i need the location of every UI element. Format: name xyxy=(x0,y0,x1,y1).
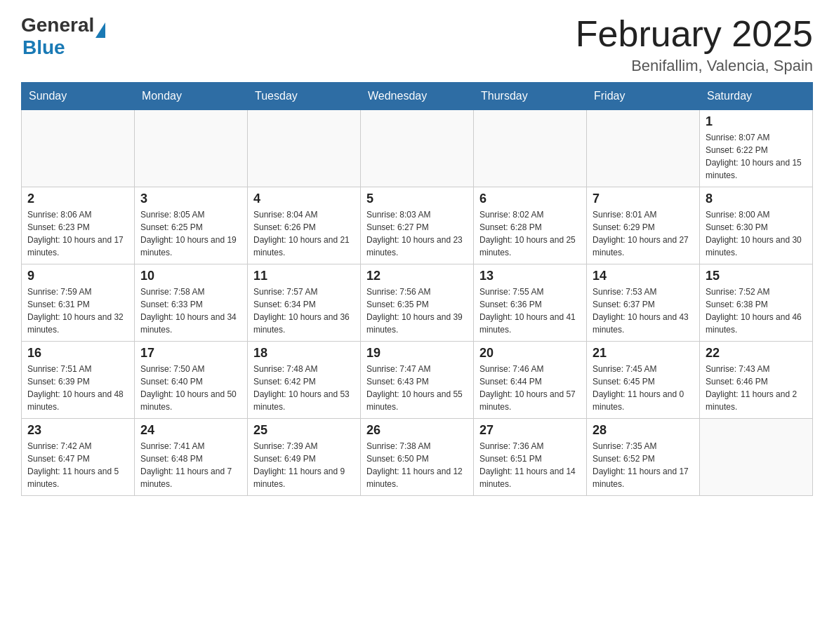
header-wednesday: Wednesday xyxy=(361,83,474,110)
table-row xyxy=(700,419,813,496)
table-row: 15Sunrise: 7:52 AMSunset: 6:38 PMDayligh… xyxy=(700,264,813,342)
header-tuesday: Tuesday xyxy=(248,83,361,110)
table-row: 12Sunrise: 7:56 AMSunset: 6:35 PMDayligh… xyxy=(361,264,474,342)
day-info: Sunrise: 7:58 AMSunset: 6:33 PMDaylight:… xyxy=(140,286,241,336)
table-row: 28Sunrise: 7:35 AMSunset: 6:52 PMDayligh… xyxy=(587,419,700,496)
day-info: Sunrise: 8:00 AMSunset: 6:30 PMDaylight:… xyxy=(706,208,807,259)
table-row: 9Sunrise: 7:59 AMSunset: 6:31 PMDaylight… xyxy=(22,264,135,342)
table-row: 20Sunrise: 7:46 AMSunset: 6:44 PMDayligh… xyxy=(474,342,587,419)
day-info: Sunrise: 7:55 AMSunset: 6:36 PMDaylight:… xyxy=(479,286,581,336)
table-row: 2Sunrise: 8:06 AMSunset: 6:23 PMDaylight… xyxy=(22,187,135,264)
day-number: 25 xyxy=(253,423,355,438)
table-row: 25Sunrise: 7:39 AMSunset: 6:49 PMDayligh… xyxy=(248,419,361,496)
day-info: Sunrise: 7:41 AMSunset: 6:48 PMDaylight:… xyxy=(140,440,241,490)
table-row: 10Sunrise: 7:58 AMSunset: 6:33 PMDayligh… xyxy=(135,264,248,342)
table-row: 27Sunrise: 7:36 AMSunset: 6:51 PMDayligh… xyxy=(474,419,587,496)
calendar-table: Sunday Monday Tuesday Wednesday Thursday… xyxy=(21,82,813,496)
day-number: 1 xyxy=(706,114,807,129)
day-info: Sunrise: 7:50 AMSunset: 6:40 PMDaylight:… xyxy=(140,363,241,413)
day-info: Sunrise: 7:36 AMSunset: 6:51 PMDaylight:… xyxy=(479,440,581,490)
day-info: Sunrise: 7:59 AMSunset: 6:31 PMDaylight:… xyxy=(27,286,128,336)
table-row: 19Sunrise: 7:47 AMSunset: 6:43 PMDayligh… xyxy=(361,342,474,419)
day-info: Sunrise: 7:53 AMSunset: 6:37 PMDaylight:… xyxy=(593,286,694,336)
header-friday: Friday xyxy=(587,83,700,110)
title-block: February 2025 Benifallim, Valencia, Spai… xyxy=(576,14,813,75)
day-info: Sunrise: 8:01 AMSunset: 6:29 PMDaylight:… xyxy=(593,208,694,259)
table-row xyxy=(135,110,248,187)
day-info: Sunrise: 8:07 AMSunset: 6:22 PMDaylight:… xyxy=(706,131,807,182)
day-number: 22 xyxy=(706,346,807,361)
page-header: General Blue February 2025 Benifallim, V… xyxy=(21,14,813,75)
table-row: 4Sunrise: 8:04 AMSunset: 6:26 PMDaylight… xyxy=(248,187,361,264)
day-number: 9 xyxy=(27,269,128,283)
table-row xyxy=(248,110,361,187)
day-info: Sunrise: 7:48 AMSunset: 6:42 PMDaylight:… xyxy=(253,363,355,413)
day-number: 13 xyxy=(479,269,581,283)
calendar-subtitle: Benifallim, Valencia, Spain xyxy=(576,57,813,75)
calendar-week-row: 2Sunrise: 8:06 AMSunset: 6:23 PMDaylight… xyxy=(22,187,813,264)
day-number: 2 xyxy=(27,192,128,206)
day-info: Sunrise: 7:43 AMSunset: 6:46 PMDaylight:… xyxy=(706,363,807,413)
day-info: Sunrise: 8:05 AMSunset: 6:25 PMDaylight:… xyxy=(140,208,241,259)
day-info: Sunrise: 8:04 AMSunset: 6:26 PMDaylight:… xyxy=(253,208,355,259)
table-row xyxy=(587,110,700,187)
day-info: Sunrise: 8:06 AMSunset: 6:23 PMDaylight:… xyxy=(27,208,128,259)
table-row: 7Sunrise: 8:01 AMSunset: 6:29 PMDaylight… xyxy=(587,187,700,264)
calendar-title: February 2025 xyxy=(576,14,813,54)
table-row: 13Sunrise: 7:55 AMSunset: 6:36 PMDayligh… xyxy=(474,264,587,342)
day-info: Sunrise: 7:51 AMSunset: 6:39 PMDaylight:… xyxy=(27,363,128,413)
day-number: 15 xyxy=(706,269,807,283)
day-info: Sunrise: 7:56 AMSunset: 6:35 PMDaylight:… xyxy=(366,286,468,336)
day-number: 19 xyxy=(366,346,468,361)
day-number: 8 xyxy=(706,192,807,206)
calendar-week-row: 1Sunrise: 8:07 AMSunset: 6:22 PMDaylight… xyxy=(22,110,813,187)
table-row: 3Sunrise: 8:05 AMSunset: 6:25 PMDaylight… xyxy=(135,187,248,264)
table-row: 17Sunrise: 7:50 AMSunset: 6:40 PMDayligh… xyxy=(135,342,248,419)
header-saturday: Saturday xyxy=(700,83,813,110)
day-info: Sunrise: 8:03 AMSunset: 6:27 PMDaylight:… xyxy=(366,208,468,259)
table-row: 24Sunrise: 7:41 AMSunset: 6:48 PMDayligh… xyxy=(135,419,248,496)
day-number: 3 xyxy=(140,192,241,206)
table-row: 8Sunrise: 8:00 AMSunset: 6:30 PMDaylight… xyxy=(700,187,813,264)
calendar-week-row: 23Sunrise: 7:42 AMSunset: 6:47 PMDayligh… xyxy=(22,419,813,496)
logo-blue-text: Blue xyxy=(22,36,65,59)
day-number: 27 xyxy=(479,423,581,438)
day-info: Sunrise: 8:02 AMSunset: 6:28 PMDaylight:… xyxy=(479,208,581,259)
day-number: 18 xyxy=(253,346,355,361)
day-number: 24 xyxy=(140,423,241,438)
day-info: Sunrise: 7:47 AMSunset: 6:43 PMDaylight:… xyxy=(366,363,468,413)
table-row: 18Sunrise: 7:48 AMSunset: 6:42 PMDayligh… xyxy=(248,342,361,419)
table-row: 1Sunrise: 8:07 AMSunset: 6:22 PMDaylight… xyxy=(700,110,813,187)
day-number: 20 xyxy=(479,346,581,361)
day-number: 11 xyxy=(253,269,355,283)
table-row: 5Sunrise: 8:03 AMSunset: 6:27 PMDaylight… xyxy=(361,187,474,264)
day-number: 21 xyxy=(593,346,694,361)
day-info: Sunrise: 7:46 AMSunset: 6:44 PMDaylight:… xyxy=(479,363,581,413)
calendar-header-row: Sunday Monday Tuesday Wednesday Thursday… xyxy=(22,83,813,110)
calendar-week-row: 9Sunrise: 7:59 AMSunset: 6:31 PMDaylight… xyxy=(22,264,813,342)
day-number: 12 xyxy=(366,269,468,283)
day-number: 10 xyxy=(140,269,241,283)
day-info: Sunrise: 7:52 AMSunset: 6:38 PMDaylight:… xyxy=(706,286,807,336)
day-info: Sunrise: 7:45 AMSunset: 6:45 PMDaylight:… xyxy=(593,363,694,413)
day-number: 4 xyxy=(253,192,355,206)
day-number: 14 xyxy=(593,269,694,283)
day-number: 17 xyxy=(140,346,241,361)
day-number: 16 xyxy=(27,346,128,361)
table-row: 16Sunrise: 7:51 AMSunset: 6:39 PMDayligh… xyxy=(22,342,135,419)
day-number: 5 xyxy=(366,192,468,206)
logo-triangle-icon xyxy=(95,22,105,38)
day-number: 28 xyxy=(593,423,694,438)
table-row: 22Sunrise: 7:43 AMSunset: 6:46 PMDayligh… xyxy=(700,342,813,419)
table-row: 14Sunrise: 7:53 AMSunset: 6:37 PMDayligh… xyxy=(587,264,700,342)
day-number: 26 xyxy=(366,423,468,438)
day-info: Sunrise: 7:38 AMSunset: 6:50 PMDaylight:… xyxy=(366,440,468,490)
header-monday: Monday xyxy=(135,83,248,110)
table-row xyxy=(22,110,135,187)
header-sunday: Sunday xyxy=(22,83,135,110)
day-info: Sunrise: 7:35 AMSunset: 6:52 PMDaylight:… xyxy=(593,440,694,490)
day-info: Sunrise: 7:42 AMSunset: 6:47 PMDaylight:… xyxy=(27,440,128,490)
logo-general-text: General xyxy=(21,14,94,36)
table-row: 26Sunrise: 7:38 AMSunset: 6:50 PMDayligh… xyxy=(361,419,474,496)
day-number: 23 xyxy=(27,423,128,438)
